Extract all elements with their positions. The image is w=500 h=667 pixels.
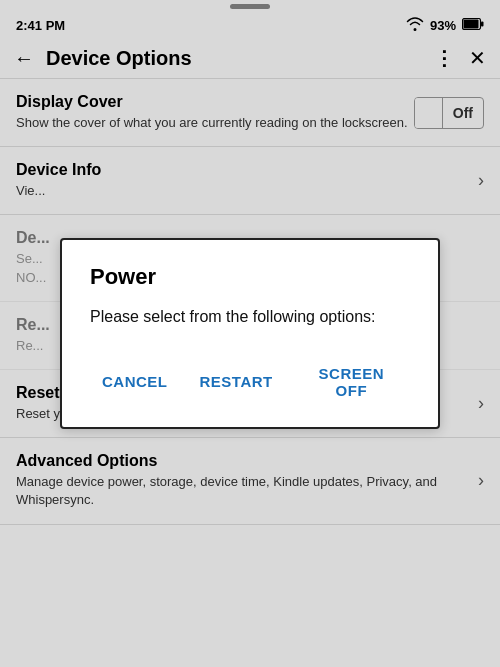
power-dialog: Power Please select from the following o… xyxy=(60,238,440,428)
dialog-overlay: Power Please select from the following o… xyxy=(0,0,500,667)
screen-off-button[interactable]: SCREEN OFF xyxy=(293,357,410,407)
dialog-title: Power xyxy=(90,264,410,290)
restart-button[interactable]: RESTART xyxy=(188,357,285,407)
cancel-button[interactable]: CANCEL xyxy=(90,357,180,407)
dialog-message: Please select from the following options… xyxy=(90,306,410,328)
dialog-actions: CANCEL RESTART SCREEN OFF xyxy=(90,357,410,407)
